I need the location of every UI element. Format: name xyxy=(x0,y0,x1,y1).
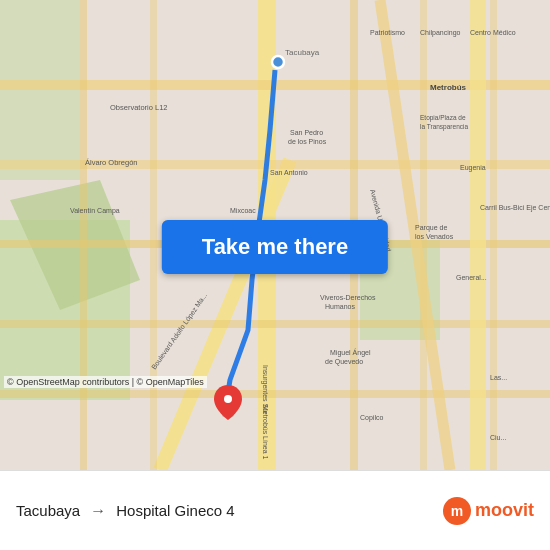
svg-text:de Quevedo: de Quevedo xyxy=(325,358,363,366)
svg-text:Humanos: Humanos xyxy=(325,303,355,310)
svg-text:Ciu...: Ciu... xyxy=(490,434,506,441)
svg-text:Mixcoac: Mixcoac xyxy=(230,207,256,214)
svg-text:Miguel Ángel: Miguel Ángel xyxy=(330,348,371,357)
route-arrow-icon: → xyxy=(90,502,106,520)
svg-point-51 xyxy=(224,395,232,403)
map-attribution: © OpenStreetMap contributors | © OpenMap… xyxy=(4,376,207,388)
svg-text:General...: General... xyxy=(456,274,487,281)
take-me-there-button[interactable]: Take me there xyxy=(162,220,388,274)
svg-text:Álvaro Obregón: Álvaro Obregón xyxy=(85,158,138,167)
route-from: Tacubaya xyxy=(16,502,80,519)
svg-text:Carril Bus-Bici Eje Central: Carril Bus-Bici Eje Central xyxy=(480,204,550,212)
svg-text:Copilco: Copilco xyxy=(360,414,383,422)
svg-text:Viveros-Derechos: Viveros-Derechos xyxy=(320,294,376,301)
svg-text:San Pedro: San Pedro xyxy=(290,129,323,136)
svg-rect-16 xyxy=(490,0,497,470)
svg-text:Observatorio L12: Observatorio L12 xyxy=(110,103,168,112)
svg-point-49 xyxy=(272,56,284,68)
moovit-brand-text: moovit xyxy=(475,500,534,521)
route-to: Hospital Gineco 4 xyxy=(116,502,234,519)
svg-rect-18 xyxy=(470,0,486,470)
svg-text:Valentín Campa: Valentín Campa xyxy=(70,207,120,215)
moovit-icon: m xyxy=(443,497,471,525)
svg-text:Parque de: Parque de xyxy=(415,224,447,232)
svg-text:de los Pinos: de los Pinos xyxy=(288,138,327,145)
svg-text:Eugenia: Eugenia xyxy=(460,164,486,172)
svg-text:Etopia/Plaza de: Etopia/Plaza de xyxy=(420,114,466,122)
svg-text:la Transparencia: la Transparencia xyxy=(420,123,468,131)
svg-rect-12 xyxy=(80,0,87,470)
svg-text:Patriotismo: Patriotismo xyxy=(370,29,405,36)
svg-rect-13 xyxy=(150,0,157,470)
moovit-logo: m moovit xyxy=(443,497,534,525)
route-info: Tacubaya → Hospital Gineco 4 xyxy=(16,502,443,520)
svg-text:los Venados: los Venados xyxy=(415,233,454,240)
svg-text:Chilpancingo: Chilpancingo xyxy=(420,29,461,37)
svg-text:Metrobús: Metrobús xyxy=(430,83,467,92)
bottom-bar: Tacubaya → Hospital Gineco 4 m moovit xyxy=(0,470,550,550)
svg-text:Tacubaya: Tacubaya xyxy=(285,48,320,57)
svg-text:San Antonio: San Antonio xyxy=(270,169,308,176)
svg-text:Metrobús Línea 1: Metrobús Línea 1 xyxy=(262,405,269,460)
svg-text:Las...: Las... xyxy=(490,374,507,381)
map-container: Tacubaya Patriotismo Chilpancingo Centro… xyxy=(0,0,550,470)
svg-text:Centro Médico: Centro Médico xyxy=(470,29,516,36)
app-container: Tacubaya Patriotismo Chilpancingo Centro… xyxy=(0,0,550,470)
